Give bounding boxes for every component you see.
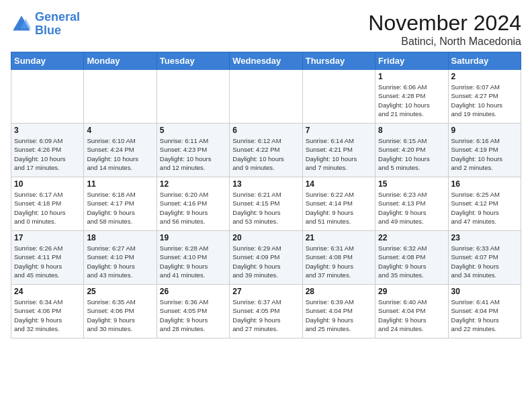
calendar-cell: 15Sunrise: 6:23 AM Sunset: 4:13 PM Dayli… xyxy=(375,177,448,231)
day-info: Sunrise: 6:09 AM Sunset: 4:26 PM Dayligh… xyxy=(14,136,81,172)
day-info: Sunrise: 6:29 AM Sunset: 4:09 PM Dayligh… xyxy=(232,244,299,279)
title-block: November 2024 Batinci, North Macedonia xyxy=(368,11,521,48)
day-info: Sunrise: 6:37 AM Sunset: 4:05 PM Dayligh… xyxy=(232,298,299,333)
day-number: 12 xyxy=(160,179,226,189)
day-number: 4 xyxy=(87,126,153,135)
day-info: Sunrise: 6:17 AM Sunset: 4:18 PM Dayligh… xyxy=(14,190,81,226)
calendar-cell: 2Sunrise: 6:07 AM Sunset: 4:27 PM Daylig… xyxy=(448,70,521,124)
day-info: Sunrise: 6:15 AM Sunset: 4:20 PM Dayligh… xyxy=(378,136,445,172)
day-number: 30 xyxy=(451,287,518,296)
day-number: 5 xyxy=(160,126,226,135)
calendar-cell: 14Sunrise: 6:22 AM Sunset: 4:14 PM Dayli… xyxy=(302,177,375,231)
calendar-cell: 13Sunrise: 6:21 AM Sunset: 4:15 PM Dayli… xyxy=(230,177,302,231)
calendar-header-row: Sunday Monday Tuesday Wednesday Thursday… xyxy=(11,52,521,70)
calendar-cell xyxy=(84,70,157,124)
day-number: 11 xyxy=(87,179,153,189)
calendar-cell xyxy=(11,70,84,124)
day-info: Sunrise: 6:40 AM Sunset: 4:04 PM Dayligh… xyxy=(378,298,445,333)
day-info: Sunrise: 6:12 AM Sunset: 4:22 PM Dayligh… xyxy=(232,136,299,172)
calendar-cell: 21Sunrise: 6:31 AM Sunset: 4:08 PM Dayli… xyxy=(302,231,375,285)
calendar-cell: 10Sunrise: 6:17 AM Sunset: 4:18 PM Dayli… xyxy=(11,177,84,231)
day-info: Sunrise: 6:23 AM Sunset: 4:13 PM Dayligh… xyxy=(378,190,445,226)
day-number: 16 xyxy=(451,179,518,189)
calendar-cell: 18Sunrise: 6:27 AM Sunset: 4:10 PM Dayli… xyxy=(84,231,157,285)
calendar-cell: 5Sunrise: 6:11 AM Sunset: 4:23 PM Daylig… xyxy=(157,124,229,177)
logo-text: General Blue xyxy=(35,11,80,38)
calendar-cell xyxy=(302,70,375,124)
calendar-cell: 20Sunrise: 6:29 AM Sunset: 4:09 PM Dayli… xyxy=(230,231,302,285)
day-number: 14 xyxy=(306,179,372,189)
calendar-cell: 3Sunrise: 6:09 AM Sunset: 4:26 PM Daylig… xyxy=(11,124,84,177)
day-info: Sunrise: 6:16 AM Sunset: 4:19 PM Dayligh… xyxy=(451,136,518,172)
day-number: 24 xyxy=(14,287,81,296)
day-info: Sunrise: 6:34 AM Sunset: 4:06 PM Dayligh… xyxy=(14,298,81,333)
calendar-cell: 19Sunrise: 6:28 AM Sunset: 4:10 PM Dayli… xyxy=(157,231,229,285)
calendar-cell xyxy=(230,70,302,124)
day-number: 27 xyxy=(232,287,299,296)
logo-line1: General xyxy=(35,10,80,24)
col-saturday: Saturday xyxy=(448,52,521,70)
day-number: 28 xyxy=(306,287,372,296)
day-info: Sunrise: 6:22 AM Sunset: 4:14 PM Dayligh… xyxy=(306,190,372,226)
day-number: 23 xyxy=(451,233,518,242)
col-thursday: Thursday xyxy=(302,52,375,70)
day-number: 18 xyxy=(87,233,153,242)
day-info: Sunrise: 6:36 AM Sunset: 4:05 PM Dayligh… xyxy=(160,298,226,333)
day-number: 25 xyxy=(87,287,153,296)
day-info: Sunrise: 6:10 AM Sunset: 4:24 PM Dayligh… xyxy=(87,136,153,172)
calendar-cell: 6Sunrise: 6:12 AM Sunset: 4:22 PM Daylig… xyxy=(230,124,302,177)
col-friday: Friday xyxy=(375,52,448,70)
col-sunday: Sunday xyxy=(11,52,84,70)
day-info: Sunrise: 6:39 AM Sunset: 4:04 PM Dayligh… xyxy=(306,298,372,333)
calendar-cell: 7Sunrise: 6:14 AM Sunset: 4:21 PM Daylig… xyxy=(302,124,375,177)
day-number: 8 xyxy=(378,126,445,135)
calendar-week-3: 10Sunrise: 6:17 AM Sunset: 4:18 PM Dayli… xyxy=(11,177,521,231)
day-number: 17 xyxy=(14,233,81,242)
day-info: Sunrise: 6:41 AM Sunset: 4:04 PM Dayligh… xyxy=(451,298,518,333)
day-number: 26 xyxy=(160,287,226,296)
calendar-cell: 9Sunrise: 6:16 AM Sunset: 4:19 PM Daylig… xyxy=(448,124,521,177)
calendar-week-2: 3Sunrise: 6:09 AM Sunset: 4:26 PM Daylig… xyxy=(11,124,521,177)
col-wednesday: Wednesday xyxy=(230,52,302,70)
calendar-cell xyxy=(157,70,229,124)
day-info: Sunrise: 6:27 AM Sunset: 4:10 PM Dayligh… xyxy=(87,244,153,279)
calendar-cell: 22Sunrise: 6:32 AM Sunset: 4:08 PM Dayli… xyxy=(375,231,448,285)
day-info: Sunrise: 6:26 AM Sunset: 4:11 PM Dayligh… xyxy=(14,244,81,279)
page: General Blue November 2024 Batinci, Nort… xyxy=(0,0,532,345)
calendar-cell: 8Sunrise: 6:15 AM Sunset: 4:20 PM Daylig… xyxy=(375,124,448,177)
logo-icon xyxy=(11,13,32,35)
day-info: Sunrise: 6:20 AM Sunset: 4:16 PM Dayligh… xyxy=(160,190,226,226)
calendar-cell: 27Sunrise: 6:37 AM Sunset: 4:05 PM Dayli… xyxy=(230,285,302,338)
col-tuesday: Tuesday xyxy=(157,52,229,70)
day-number: 1 xyxy=(378,72,445,81)
calendar-week-4: 17Sunrise: 6:26 AM Sunset: 4:11 PM Dayli… xyxy=(11,231,521,285)
calendar-week-5: 24Sunrise: 6:34 AM Sunset: 4:06 PM Dayli… xyxy=(11,285,521,338)
calendar-cell: 1Sunrise: 6:06 AM Sunset: 4:28 PM Daylig… xyxy=(375,70,448,124)
day-number: 19 xyxy=(160,233,226,242)
calendar-cell: 16Sunrise: 6:25 AM Sunset: 4:12 PM Dayli… xyxy=(448,177,521,231)
day-number: 10 xyxy=(14,179,81,189)
day-number: 29 xyxy=(378,287,445,296)
day-info: Sunrise: 6:28 AM Sunset: 4:10 PM Dayligh… xyxy=(160,244,226,279)
day-info: Sunrise: 6:31 AM Sunset: 4:08 PM Dayligh… xyxy=(306,244,372,279)
calendar-week-1: 1Sunrise: 6:06 AM Sunset: 4:28 PM Daylig… xyxy=(11,70,521,124)
calendar-cell: 25Sunrise: 6:35 AM Sunset: 4:06 PM Dayli… xyxy=(84,285,157,338)
calendar-cell: 11Sunrise: 6:18 AM Sunset: 4:17 PM Dayli… xyxy=(84,177,157,231)
calendar-cell: 26Sunrise: 6:36 AM Sunset: 4:05 PM Dayli… xyxy=(157,285,229,338)
day-number: 13 xyxy=(232,179,299,189)
header: General Blue November 2024 Batinci, Nort… xyxy=(11,11,521,48)
day-number: 21 xyxy=(306,233,372,242)
calendar-cell: 23Sunrise: 6:33 AM Sunset: 4:07 PM Dayli… xyxy=(448,231,521,285)
calendar-cell: 4Sunrise: 6:10 AM Sunset: 4:24 PM Daylig… xyxy=(84,124,157,177)
location: Batinci, North Macedonia xyxy=(368,36,521,48)
day-number: 22 xyxy=(378,233,445,242)
col-monday: Monday xyxy=(84,52,157,70)
day-number: 9 xyxy=(451,126,518,135)
day-info: Sunrise: 6:18 AM Sunset: 4:17 PM Dayligh… xyxy=(87,190,153,226)
month-title: November 2024 xyxy=(368,11,521,36)
day-info: Sunrise: 6:21 AM Sunset: 4:15 PM Dayligh… xyxy=(232,190,299,226)
calendar-cell: 24Sunrise: 6:34 AM Sunset: 4:06 PM Dayli… xyxy=(11,285,84,338)
logo-line2: Blue xyxy=(35,24,61,37)
day-number: 3 xyxy=(14,126,81,135)
day-info: Sunrise: 6:14 AM Sunset: 4:21 PM Dayligh… xyxy=(306,136,372,172)
